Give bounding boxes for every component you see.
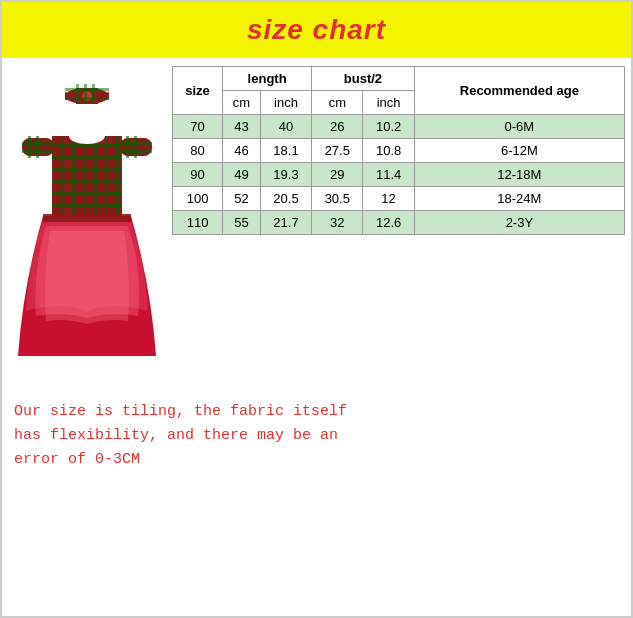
subheader-bust-cm: cm bbox=[312, 91, 363, 115]
cell-length-inch: 18.1 bbox=[260, 139, 311, 163]
svg-rect-21 bbox=[94, 136, 97, 216]
svg-rect-8 bbox=[76, 84, 79, 104]
cell-size: 100 bbox=[173, 187, 223, 211]
dress-image bbox=[8, 66, 166, 376]
size-chart-container: size chart bbox=[0, 0, 633, 618]
note-area: Our size is tiling, the fabric itselfhas… bbox=[2, 384, 631, 482]
cell-bust-cm: 27.5 bbox=[312, 139, 363, 163]
subheader-length-inch: inch bbox=[260, 91, 311, 115]
cell-bust-inch: 10.8 bbox=[363, 139, 414, 163]
table-row: 7043402610.20-6M bbox=[173, 115, 625, 139]
table-row: 904919.32911.412-18M bbox=[173, 163, 625, 187]
cell-length-inch: 21.7 bbox=[260, 211, 311, 235]
cell-age: 0-6M bbox=[414, 115, 624, 139]
svg-rect-18 bbox=[61, 136, 64, 216]
svg-rect-28 bbox=[36, 136, 39, 158]
title-bar: size chart bbox=[2, 2, 631, 58]
cell-size: 90 bbox=[173, 163, 223, 187]
svg-rect-9 bbox=[84, 84, 87, 104]
svg-rect-27 bbox=[28, 136, 31, 158]
cell-bust-inch: 11.4 bbox=[363, 163, 414, 187]
table-header-row: size length bust/2 Recommended age bbox=[173, 67, 625, 91]
cell-size: 110 bbox=[173, 211, 223, 235]
col-header-bust: bust/2 bbox=[312, 67, 415, 91]
svg-rect-35 bbox=[43, 214, 131, 222]
svg-rect-32 bbox=[126, 136, 129, 158]
cell-bust-inch: 12 bbox=[363, 187, 414, 211]
cell-length-cm: 52 bbox=[223, 187, 261, 211]
svg-rect-10 bbox=[92, 84, 95, 104]
cell-length-inch: 20.5 bbox=[260, 187, 311, 211]
size-table: size length bust/2 Recommended age cm in… bbox=[172, 66, 625, 235]
cell-length-cm: 46 bbox=[223, 139, 261, 163]
cell-length-cm: 49 bbox=[223, 163, 261, 187]
svg-rect-22 bbox=[105, 136, 108, 216]
svg-rect-19 bbox=[72, 136, 75, 216]
col-header-age: Recommended age bbox=[414, 67, 624, 115]
note-text: Our size is tiling, the fabric itselfhas… bbox=[14, 400, 619, 472]
cell-bust-inch: 12.6 bbox=[363, 211, 414, 235]
cell-bust-cm: 26 bbox=[312, 115, 363, 139]
cell-age: 18-24M bbox=[414, 187, 624, 211]
table-row: 1105521.73212.62-3Y bbox=[173, 211, 625, 235]
subheader-length-cm: cm bbox=[223, 91, 261, 115]
table-body: 7043402610.20-6M804618.127.510.86-12M904… bbox=[173, 115, 625, 235]
cell-age: 2-3Y bbox=[414, 211, 624, 235]
dress-illustration bbox=[8, 66, 166, 376]
table-row: 1005220.530.51218-24M bbox=[173, 187, 625, 211]
cell-length-cm: 55 bbox=[223, 211, 261, 235]
cell-length-cm: 43 bbox=[223, 115, 261, 139]
cell-size: 80 bbox=[173, 139, 223, 163]
cell-bust-cm: 29 bbox=[312, 163, 363, 187]
cell-length-inch: 40 bbox=[260, 115, 311, 139]
cell-bust-cm: 30.5 bbox=[312, 187, 363, 211]
cell-age: 6-12M bbox=[414, 139, 624, 163]
cell-size: 70 bbox=[173, 115, 223, 139]
cell-length-inch: 19.3 bbox=[260, 163, 311, 187]
svg-rect-33 bbox=[134, 136, 137, 158]
content-area: size length bust/2 Recommended age cm in… bbox=[2, 58, 631, 384]
svg-rect-23 bbox=[116, 136, 119, 216]
cell-bust-cm: 32 bbox=[312, 211, 363, 235]
svg-rect-20 bbox=[83, 136, 86, 216]
table-row: 804618.127.510.86-12M bbox=[173, 139, 625, 163]
col-header-size: size bbox=[173, 67, 223, 115]
col-header-length: length bbox=[223, 67, 312, 91]
cell-bust-inch: 10.2 bbox=[363, 115, 414, 139]
subheader-bust-inch: inch bbox=[363, 91, 414, 115]
page-title: size chart bbox=[2, 14, 631, 46]
cell-age: 12-18M bbox=[414, 163, 624, 187]
size-table-container: size length bust/2 Recommended age cm in… bbox=[172, 66, 625, 376]
